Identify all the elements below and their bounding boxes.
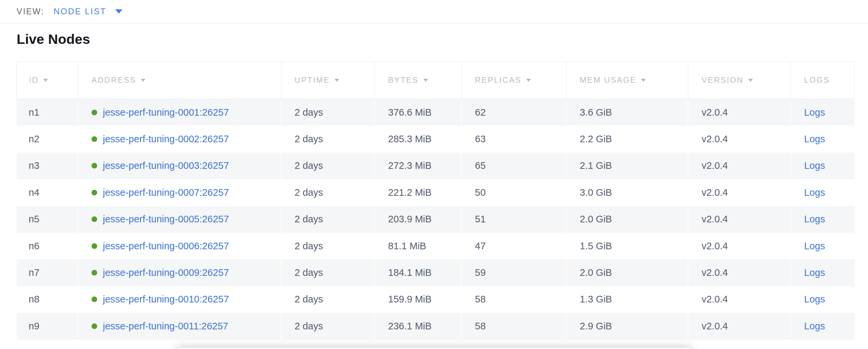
logs-link[interactable]: Logs [804, 294, 825, 305]
node-id-cell: n1 [17, 99, 78, 126]
replicas-cell: 58 [461, 286, 566, 313]
version-cell: v2.0.4 [688, 313, 790, 339]
column-header-label: MEM USAGE [580, 75, 637, 85]
logs-link[interactable]: Logs [804, 241, 825, 252]
node-health-dot-icon [92, 190, 97, 196]
node-address-link[interactable]: jesse-perf-tuning-0003:26257 [103, 160, 229, 171]
sort-caret-icon [526, 79, 531, 82]
version-cell: v2.0.4 [688, 233, 790, 259]
logs-link[interactable]: Logs [804, 187, 825, 198]
node-address-cell: jesse-perf-tuning-0002:26257 [78, 126, 281, 152]
bytes-cell: 285.3 MiB [374, 126, 461, 152]
logs-cell: Logs [790, 99, 855, 126]
node-id-cell: n7 [17, 259, 78, 286]
table-row: n8jesse-perf-tuning-0010:262572 days159.… [17, 286, 855, 313]
sort-caret-icon [748, 79, 753, 82]
column-header-uptime[interactable]: UPTIME [281, 62, 374, 99]
table-row: n2jesse-perf-tuning-0002:262572 days285.… [17, 126, 855, 152]
uptime-cell: 2 days [281, 286, 374, 313]
mem-usage-cell: 2.9 GiB [566, 313, 688, 339]
node-address-cell: jesse-perf-tuning-0010:26257 [78, 286, 281, 313]
version-cell: v2.0.4 [688, 99, 790, 126]
version-cell: v2.0.4 [688, 179, 790, 206]
version-cell: v2.0.4 [688, 152, 790, 179]
bytes-cell: 184.1 MiB [374, 259, 461, 286]
replicas-cell: 59 [461, 259, 566, 286]
replicas-cell: 51 [461, 206, 566, 233]
node-health-dot-icon [92, 136, 97, 142]
node-list-screen: VIEW: NODE LIST Live Nodes IDADDRESSUPTI… [0, 0, 868, 349]
column-header-label: ADDRESS [92, 75, 136, 85]
replicas-cell: 65 [461, 152, 566, 179]
column-header-id[interactable]: ID [17, 62, 78, 99]
node-id-cell: n5 [17, 206, 78, 233]
uptime-cell: 2 days [281, 206, 374, 233]
node-health-dot-icon [92, 243, 97, 249]
node-health-dot-icon [92, 110, 97, 115]
mem-usage-cell: 3.6 GiB [566, 99, 688, 126]
version-cell: v2.0.4 [688, 206, 790, 233]
bytes-cell: 236.1 MiB [374, 313, 461, 339]
sort-caret-icon [141, 79, 146, 82]
bytes-cell: 221.2 MiB [374, 179, 461, 206]
node-address-cell: jesse-perf-tuning-0007:26257 [78, 179, 281, 206]
mem-usage-cell: 2.0 GiB [566, 206, 688, 233]
sort-caret-icon [43, 79, 48, 82]
bytes-cell: 81.1 MiB [374, 233, 461, 259]
node-address-link[interactable]: jesse-perf-tuning-0009:26257 [103, 267, 229, 278]
uptime-cell: 2 days [281, 233, 374, 259]
logs-cell: Logs [790, 259, 855, 286]
live-nodes-table: IDADDRESSUPTIMEBYTESREPLICASMEM USAGEVER… [17, 61, 855, 340]
table-row: n4jesse-perf-tuning-0007:262572 days221.… [17, 179, 855, 206]
logs-link[interactable]: Logs [804, 214, 825, 225]
table-row: n3jesse-perf-tuning-0003:262572 days272.… [17, 152, 855, 179]
version-cell: v2.0.4 [688, 259, 790, 286]
logs-link[interactable]: Logs [804, 321, 825, 332]
node-id-cell: n3 [17, 152, 78, 179]
logs-cell: Logs [790, 233, 855, 259]
table-row: n7jesse-perf-tuning-0009:262572 days184.… [17, 259, 855, 286]
replicas-cell: 50 [461, 179, 566, 206]
node-address-link[interactable]: jesse-perf-tuning-0006:26257 [103, 241, 229, 252]
mem-usage-cell: 2.0 GiB [566, 259, 688, 286]
uptime-cell: 2 days [281, 313, 374, 339]
sort-caret-icon [335, 79, 339, 82]
chevron-down-icon [115, 9, 122, 13]
mem-usage-cell: 2.2 GiB [566, 126, 688, 152]
node-address-link[interactable]: jesse-perf-tuning-0010:26257 [103, 294, 229, 305]
column-header-mem-usage[interactable]: MEM USAGE [566, 62, 688, 99]
logs-cell: Logs [790, 313, 855, 339]
column-header-address[interactable]: ADDRESS [78, 62, 281, 99]
view-selector-dropdown[interactable]: NODE LIST [54, 7, 122, 16]
sort-caret-icon [641, 79, 646, 82]
column-header-logs: LOGS [790, 62, 855, 99]
node-address-link[interactable]: jesse-perf-tuning-0001:26257 [103, 107, 229, 118]
logs-cell: Logs [790, 152, 855, 179]
logs-link[interactable]: Logs [804, 160, 825, 171]
column-header-label: ID [29, 75, 39, 85]
column-header-replicas[interactable]: REPLICAS [461, 62, 566, 99]
node-address-link[interactable]: jesse-perf-tuning-0005:26257 [103, 214, 229, 225]
logs-link[interactable]: Logs [804, 107, 825, 118]
uptime-cell: 2 days [281, 179, 374, 206]
node-health-dot-icon [92, 296, 97, 302]
view-toolbar: VIEW: NODE LIST [0, 0, 868, 23]
node-id-cell: n9 [17, 313, 78, 339]
logs-cell: Logs [790, 286, 855, 313]
table-body: n1jesse-perf-tuning-0001:262572 days376.… [17, 99, 855, 340]
replicas-cell: 63 [461, 126, 566, 152]
node-address-link[interactable]: jesse-perf-tuning-0011:26257 [103, 321, 228, 332]
sort-caret-icon [423, 79, 428, 82]
column-header-version[interactable]: VERSION [688, 62, 790, 99]
column-header-bytes[interactable]: BYTES [374, 62, 461, 99]
logs-cell: Logs [790, 126, 855, 152]
uptime-cell: 2 days [281, 152, 374, 179]
logs-link[interactable]: Logs [804, 267, 825, 278]
node-address-link[interactable]: jesse-perf-tuning-0007:26257 [103, 187, 229, 198]
node-address-cell: jesse-perf-tuning-0011:26257 [78, 313, 281, 339]
bytes-cell: 159.9 MiB [374, 286, 461, 313]
node-address-link[interactable]: jesse-perf-tuning-0002:26257 [103, 134, 229, 145]
node-id-cell: n2 [17, 126, 78, 152]
node-id-cell: n4 [17, 179, 78, 206]
logs-link[interactable]: Logs [804, 134, 825, 145]
